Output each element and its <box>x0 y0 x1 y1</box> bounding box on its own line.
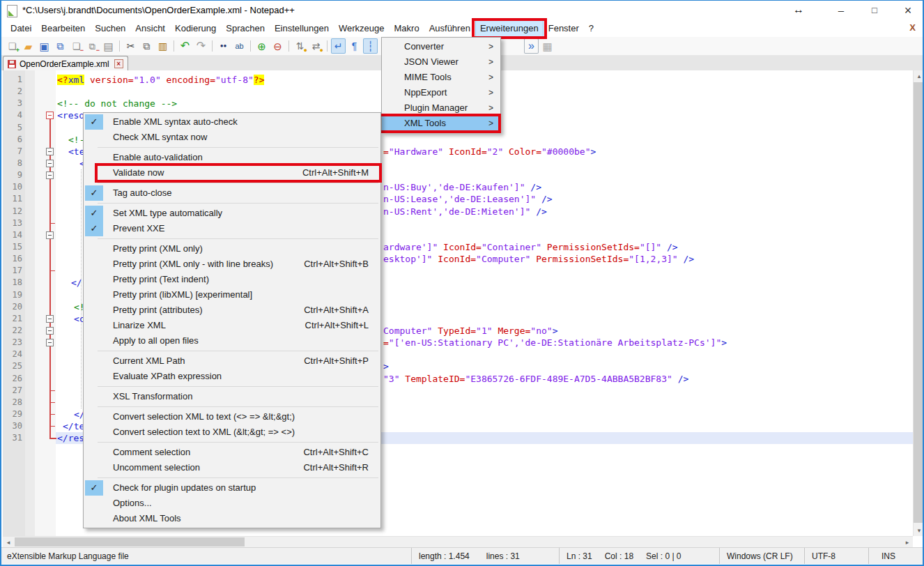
unsaved-floppy-icon <box>8 60 16 68</box>
save-button[interactable]: ▣ <box>37 38 52 54</box>
xmltools-item-pretty-print-xml-only-with-line-breaks[interactable]: Pretty print (XML only - with line break… <box>84 257 380 272</box>
scroll-right-icon[interactable]: ▸ <box>902 537 913 548</box>
menubar-item-werkzeuge[interactable]: Werkzeuge <box>334 20 390 37</box>
tab-openorderexample-xml[interactable]: OpenOrderExample.xml × <box>3 56 128 71</box>
indent-guide-button[interactable]: ┆ <box>363 38 378 54</box>
save-all-button[interactable]: ⧉ <box>53 38 68 54</box>
xmltools-item-options[interactable]: Options... <box>84 496 380 511</box>
redo-button[interactable]: ↷ <box>194 38 208 54</box>
fold-marker-line-14[interactable] <box>46 231 54 239</box>
minimize-button[interactable]: – <box>825 1 857 20</box>
plugins-menu-item-json-viewer[interactable]: JSON Viewer> <box>382 54 500 70</box>
xmltools-item-current-xml-path[interactable]: Current XML PathCtrl+Alt+Shift+P <box>84 353 380 369</box>
zoom-out-button[interactable]: ⊖ <box>270 38 285 54</box>
plugins-menu-item-nppexport[interactable]: NppExport> <box>382 85 500 100</box>
xmltools-item-apply-to-all-open-files[interactable]: Apply to all open files <box>84 333 380 349</box>
xmltools-item-tag-auto-close[interactable]: ✓Tag auto-close <box>84 185 380 201</box>
xmltools-item-check-xml-syntax-now[interactable]: Check XML syntax now <box>84 130 380 145</box>
menubar-item-[interactable]: ? <box>584 20 599 37</box>
close-window-button[interactable]: × <box>892 1 924 20</box>
scroll-up-icon[interactable]: ▴ <box>914 70 924 82</box>
cut-button[interactable]: ✂ <box>123 38 138 54</box>
paste-button[interactable]: ▥ <box>155 38 170 54</box>
fold-marker-line-4[interactable] <box>46 112 54 119</box>
fold-marker-line-23[interactable] <box>46 339 54 346</box>
macro-save-button[interactable]: ▦ <box>540 38 555 54</box>
horizontal-scrollbar-thumb[interactable] <box>15 537 245 546</box>
plugins-menu-item-xml-tools[interactable]: XML Tools> <box>382 116 500 131</box>
close-document-button[interactable]: ❏− <box>69 38 84 54</box>
maximize-button[interactable]: □ <box>858 1 891 20</box>
xmltools-item-convert-selection-text-to-xml-lt-gt[interactable]: Convert selection text to XML (&lt;&gt; … <box>84 424 380 440</box>
sync-vertical-scroll-button[interactable]: ⇅● <box>293 38 307 54</box>
menubar-item-bearbeiten[interactable]: Bearbeiten <box>36 20 90 37</box>
xmltools-item-pretty-print-xml-only[interactable]: Pretty print (XML only) <box>84 241 380 257</box>
xmltools-item-linarize-xml[interactable]: Linarize XMLCtrl+Alt+Shift+L <box>84 318 380 333</box>
xmltools-item-enable-xml-syntax-auto-check[interactable]: ✓Enable XML syntax auto-check <box>84 114 380 130</box>
xmltools-item-set-xml-type-automatically[interactable]: ✓Set XML type automatically <box>84 206 380 221</box>
close-document-x-icon[interactable]: X <box>909 22 916 33</box>
menubar-item-makro[interactable]: Makro <box>390 20 424 37</box>
line-number-18: 18 <box>3 277 22 289</box>
macro-run-multiple-button[interactable]: » <box>524 38 539 54</box>
open-file-button[interactable]: ▰ <box>21 38 36 54</box>
xmltools-item-uncomment-selection[interactable]: Uncomment selectionCtrl+Alt+Shift+R <box>84 460 380 475</box>
menubar-item-sprachen[interactable]: Sprachen <box>221 20 270 37</box>
horizontal-scrollbar[interactable]: ◂ ▸ <box>3 536 913 547</box>
scroll-down-icon[interactable]: ▾ <box>914 525 924 536</box>
new-file-button[interactable]: ❏+ <box>5 38 20 54</box>
xmltools-item-xsl-transformation[interactable]: XSL Transformation <box>84 389 380 404</box>
xmltools-item-prevent-xxe[interactable]: ✓Prevent XXE <box>84 221 380 236</box>
fold-marker-line-9[interactable] <box>46 171 54 179</box>
line-number-3: 3 <box>3 98 22 109</box>
status-encoding[interactable]: UTF-8 <box>804 548 868 564</box>
title-bar[interactable]: *C:\Users\j.brandt\Documents\OpenOrderEx… <box>1 1 923 20</box>
plugins-dropdown-menu: Converter>JSON Viewer>MIME Tools>NppExpo… <box>381 37 501 133</box>
plugins-menu-item-mime-tools[interactable]: MIME Tools> <box>382 70 500 85</box>
plugins-menu-item-converter[interactable]: Converter> <box>382 39 500 54</box>
xmltools-item-pretty-print-attributes[interactable]: Pretty print (attributes)Ctrl+Alt+Shift+… <box>84 303 380 318</box>
status-insert-mode[interactable]: INS <box>868 548 923 564</box>
xmltools-item-pretty-print-text-indent[interactable]: Pretty print (Text indent) <box>84 272 380 287</box>
bookmark-margin[interactable] <box>25 70 35 536</box>
fold-tick-line-13 <box>51 223 55 224</box>
xmltools-item-comment-selection[interactable]: Comment selectionCtrl+Alt+Shift+C <box>84 445 380 460</box>
xmltools-item-validate-now[interactable]: Validate nowCtrl+Alt+Shift+M <box>84 165 380 181</box>
scroll-left-icon[interactable]: ◂ <box>3 537 14 548</box>
status-eol-format[interactable]: Windows (CR LF) <box>719 548 804 564</box>
plugins-menu-item-plugin-manager[interactable]: Plugin Manager> <box>382 100 500 116</box>
tab-close-icon[interactable]: × <box>114 59 123 68</box>
fold-marker-line-22[interactable] <box>46 327 54 335</box>
zoom-in-button[interactable]: ⊕ <box>254 38 269 54</box>
menubar-item-kodierung[interactable]: Kodierung <box>170 20 221 37</box>
replace-button[interactable]: ab <box>232 38 247 54</box>
xmltools-item-pretty-print-libxml-experimental[interactable]: Pretty print (libXML) [experimental] <box>84 287 380 303</box>
xmltools-item-evaluate-xpath-expression[interactable]: Evaluate XPath expression <box>84 369 380 384</box>
menubar-item-erweiterungen[interactable]: Erweiterungen <box>475 20 544 37</box>
sync-horizontal-scroll-button[interactable]: ⇄● <box>309 38 323 54</box>
xmltools-item-about-xml-tools[interactable]: About XML Tools <box>84 511 380 526</box>
line-number-22: 22 <box>3 325 22 337</box>
close-all-documents-button[interactable]: ⧉− <box>85 38 100 54</box>
xmltools-item-convert-selection-xml-to-text-lt-gt[interactable]: Convert selection XML to text (<> => &lt… <box>84 409 380 424</box>
fold-marker-line-7[interactable] <box>46 148 54 155</box>
show-all-characters-button[interactable]: ¶ <box>347 38 362 54</box>
xmltools-item-enable-auto-validation[interactable]: Enable auto-validation <box>84 150 380 165</box>
find-button[interactable]: ●● <box>216 38 231 54</box>
copy-button[interactable]: ⧉ <box>139 38 154 54</box>
word-wrap-button[interactable]: ↵ <box>331 38 346 54</box>
toolbar-separator <box>327 40 328 52</box>
menubar-item-fenster[interactable]: Fenster <box>544 20 584 37</box>
menubar-item-einstellungen[interactable]: Einstellungen <box>270 20 334 37</box>
menubar-item-datei[interactable]: Datei <box>6 20 36 37</box>
menubar-item-ansicht[interactable]: Ansicht <box>130 20 170 37</box>
print-button[interactable]: ▤ <box>101 38 116 54</box>
undo-button[interactable]: ↶ <box>178 38 192 54</box>
menubar-item-ausführen[interactable]: Ausführen <box>424 20 475 37</box>
menubar-item-suchen[interactable]: Suchen <box>90 20 130 37</box>
xmltools-item-check-for-plugin-updates-on-startup[interactable]: ✓Check for plugin updates on startup <box>84 480 380 496</box>
fold-marker-line-21[interactable] <box>46 315 54 323</box>
fold-marker-line-8[interactable] <box>46 160 54 167</box>
vertical-scrollbar-thumb[interactable] <box>914 82 923 523</box>
fold-margin[interactable] <box>35 70 56 536</box>
